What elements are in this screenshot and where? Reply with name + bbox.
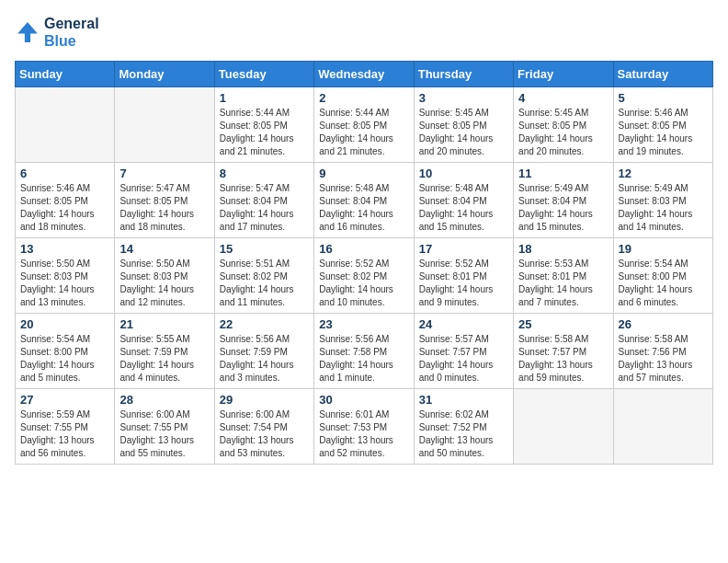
- logo-icon: [15, 19, 40, 45]
- cell-content: Sunrise: 5:50 AM Sunset: 8:03 PM Dayligh…: [119, 258, 209, 309]
- day-number: 6: [20, 167, 109, 180]
- day-number: 12: [619, 167, 708, 180]
- calendar-cell: 11Sunrise: 5:49 AM Sunset: 8:04 PM Dayli…: [514, 163, 613, 238]
- cell-content: Sunrise: 5:54 AM Sunset: 8:00 PM Dayligh…: [619, 258, 708, 309]
- page-header: General Blue: [15, 15, 713, 50]
- day-number: 23: [319, 317, 408, 331]
- calendar-cell: [115, 87, 214, 163]
- cell-content: Sunrise: 6:01 AM Sunset: 7:53 PM Dayligh…: [319, 408, 408, 460]
- cell-content: Sunrise: 5:47 AM Sunset: 8:04 PM Dayligh…: [220, 182, 309, 234]
- day-number: 2: [319, 91, 408, 105]
- weekday-header: Saturday: [613, 62, 712, 87]
- cell-content: Sunrise: 5:58 AM Sunset: 7:56 PM Dayligh…: [619, 333, 708, 385]
- day-number: 3: [419, 91, 508, 105]
- cell-content: Sunrise: 5:44 AM Sunset: 8:05 PM Dayligh…: [319, 107, 408, 158]
- calendar-cell: 31Sunrise: 6:02 AM Sunset: 7:52 PM Dayli…: [414, 389, 513, 465]
- day-number: 22: [220, 317, 309, 331]
- calendar-week-row: 13Sunrise: 5:50 AM Sunset: 8:03 PM Dayli…: [16, 238, 713, 314]
- cell-content: Sunrise: 5:56 AM Sunset: 7:59 PM Dayligh…: [220, 333, 309, 385]
- calendar-cell: 6Sunrise: 5:46 AM Sunset: 8:05 PM Daylig…: [16, 163, 115, 238]
- cell-content: Sunrise: 5:45 AM Sunset: 8:05 PM Dayligh…: [518, 107, 608, 158]
- cell-content: Sunrise: 5:48 AM Sunset: 8:04 PM Dayligh…: [419, 182, 508, 234]
- day-number: 26: [619, 317, 708, 331]
- day-number: 4: [518, 91, 608, 105]
- day-number: 21: [119, 317, 209, 331]
- cell-content: Sunrise: 5:50 AM Sunset: 8:03 PM Dayligh…: [20, 258, 109, 309]
- cell-content: Sunrise: 5:46 AM Sunset: 8:05 PM Dayligh…: [20, 182, 109, 234]
- day-number: 29: [220, 393, 309, 407]
- cell-content: Sunrise: 6:00 AM Sunset: 7:54 PM Dayligh…: [220, 408, 309, 460]
- day-number: 15: [220, 242, 309, 256]
- calendar-cell: 28Sunrise: 6:00 AM Sunset: 7:55 PM Dayli…: [115, 389, 214, 465]
- calendar-table: SundayMondayTuesdayWednesdayThursdayFrid…: [15, 61, 713, 465]
- calendar-cell: 7Sunrise: 5:47 AM Sunset: 8:05 PM Daylig…: [115, 163, 214, 238]
- day-number: 9: [319, 167, 408, 180]
- weekday-header: Friday: [514, 62, 613, 87]
- calendar-cell: 10Sunrise: 5:48 AM Sunset: 8:04 PM Dayli…: [414, 163, 513, 238]
- cell-content: Sunrise: 6:00 AM Sunset: 7:55 PM Dayligh…: [119, 408, 209, 460]
- calendar-cell: 24Sunrise: 5:57 AM Sunset: 7:57 PM Dayli…: [414, 314, 513, 389]
- day-number: 14: [119, 242, 209, 256]
- day-number: 7: [119, 167, 209, 180]
- day-number: 31: [419, 393, 508, 407]
- calendar-cell: 15Sunrise: 5:51 AM Sunset: 8:02 PM Dayli…: [214, 238, 313, 314]
- calendar-cell: 13Sunrise: 5:50 AM Sunset: 8:03 PM Dayli…: [16, 238, 115, 314]
- day-number: 25: [518, 317, 608, 331]
- cell-content: Sunrise: 5:51 AM Sunset: 8:02 PM Dayligh…: [220, 258, 309, 309]
- day-number: 13: [20, 242, 109, 256]
- calendar-cell: 4Sunrise: 5:45 AM Sunset: 8:05 PM Daylig…: [514, 87, 613, 163]
- weekday-header: Tuesday: [214, 62, 313, 87]
- cell-content: Sunrise: 5:58 AM Sunset: 7:57 PM Dayligh…: [518, 333, 608, 385]
- cell-content: Sunrise: 5:48 AM Sunset: 8:04 PM Dayligh…: [319, 182, 408, 234]
- calendar-cell: 8Sunrise: 5:47 AM Sunset: 8:04 PM Daylig…: [214, 163, 313, 238]
- day-number: 8: [220, 167, 309, 180]
- calendar-cell: 2Sunrise: 5:44 AM Sunset: 8:05 PM Daylig…: [314, 87, 414, 163]
- cell-content: Sunrise: 5:49 AM Sunset: 8:04 PM Dayligh…: [518, 182, 608, 234]
- weekday-header: Sunday: [16, 62, 115, 87]
- cell-content: Sunrise: 5:52 AM Sunset: 8:01 PM Dayligh…: [419, 258, 508, 309]
- cell-content: Sunrise: 5:57 AM Sunset: 7:57 PM Dayligh…: [419, 333, 508, 385]
- day-number: 28: [119, 393, 209, 407]
- cell-content: Sunrise: 5:44 AM Sunset: 8:05 PM Dayligh…: [220, 107, 309, 158]
- calendar-week-row: 20Sunrise: 5:54 AM Sunset: 8:00 PM Dayli…: [16, 314, 713, 389]
- calendar-cell: 30Sunrise: 6:01 AM Sunset: 7:53 PM Dayli…: [314, 389, 414, 465]
- day-number: 5: [619, 91, 708, 105]
- cell-content: Sunrise: 5:59 AM Sunset: 7:55 PM Dayligh…: [20, 408, 109, 460]
- calendar-cell: 5Sunrise: 5:46 AM Sunset: 8:05 PM Daylig…: [613, 87, 712, 163]
- day-number: 1: [220, 91, 309, 105]
- calendar-cell: 1Sunrise: 5:44 AM Sunset: 8:05 PM Daylig…: [214, 87, 313, 163]
- day-number: 18: [518, 242, 608, 256]
- calendar-cell: 25Sunrise: 5:58 AM Sunset: 7:57 PM Dayli…: [514, 314, 613, 389]
- weekday-header: Wednesday: [314, 62, 414, 87]
- svg-marker-0: [17, 22, 38, 42]
- cell-content: Sunrise: 5:55 AM Sunset: 7:59 PM Dayligh…: [119, 333, 209, 385]
- day-number: 17: [419, 242, 508, 256]
- cell-content: Sunrise: 5:53 AM Sunset: 8:01 PM Dayligh…: [518, 258, 608, 309]
- day-number: 27: [20, 393, 109, 407]
- day-number: 16: [319, 242, 408, 256]
- day-number: 24: [419, 317, 508, 331]
- calendar-cell: 21Sunrise: 5:55 AM Sunset: 7:59 PM Dayli…: [115, 314, 214, 389]
- calendar-week-row: 6Sunrise: 5:46 AM Sunset: 8:05 PM Daylig…: [16, 163, 713, 238]
- calendar-cell: 19Sunrise: 5:54 AM Sunset: 8:00 PM Dayli…: [613, 238, 712, 314]
- cell-content: Sunrise: 6:02 AM Sunset: 7:52 PM Dayligh…: [419, 408, 508, 460]
- day-number: 10: [419, 167, 508, 180]
- calendar-cell: 12Sunrise: 5:49 AM Sunset: 8:03 PM Dayli…: [613, 163, 712, 238]
- calendar-cell: 14Sunrise: 5:50 AM Sunset: 8:03 PM Dayli…: [115, 238, 214, 314]
- calendar-week-row: 1Sunrise: 5:44 AM Sunset: 8:05 PM Daylig…: [16, 87, 713, 163]
- cell-content: Sunrise: 5:47 AM Sunset: 8:05 PM Dayligh…: [119, 182, 209, 234]
- calendar-cell: [613, 389, 712, 465]
- calendar-cell: 18Sunrise: 5:53 AM Sunset: 8:01 PM Dayli…: [514, 238, 613, 314]
- calendar-week-row: 27Sunrise: 5:59 AM Sunset: 7:55 PM Dayli…: [16, 389, 713, 465]
- calendar-cell: [16, 87, 115, 163]
- calendar-header-row: SundayMondayTuesdayWednesdayThursdayFrid…: [16, 62, 713, 87]
- cell-content: Sunrise: 5:54 AM Sunset: 8:00 PM Dayligh…: [20, 333, 109, 385]
- logo-text: General Blue: [44, 15, 99, 50]
- calendar-cell: 27Sunrise: 5:59 AM Sunset: 7:55 PM Dayli…: [16, 389, 115, 465]
- calendar-cell: 17Sunrise: 5:52 AM Sunset: 8:01 PM Dayli…: [414, 238, 513, 314]
- logo: General Blue: [15, 15, 99, 50]
- calendar-cell: 20Sunrise: 5:54 AM Sunset: 8:00 PM Dayli…: [16, 314, 115, 389]
- calendar-cell: 16Sunrise: 5:52 AM Sunset: 8:02 PM Dayli…: [314, 238, 414, 314]
- weekday-header: Monday: [115, 62, 214, 87]
- weekday-header: Thursday: [414, 62, 513, 87]
